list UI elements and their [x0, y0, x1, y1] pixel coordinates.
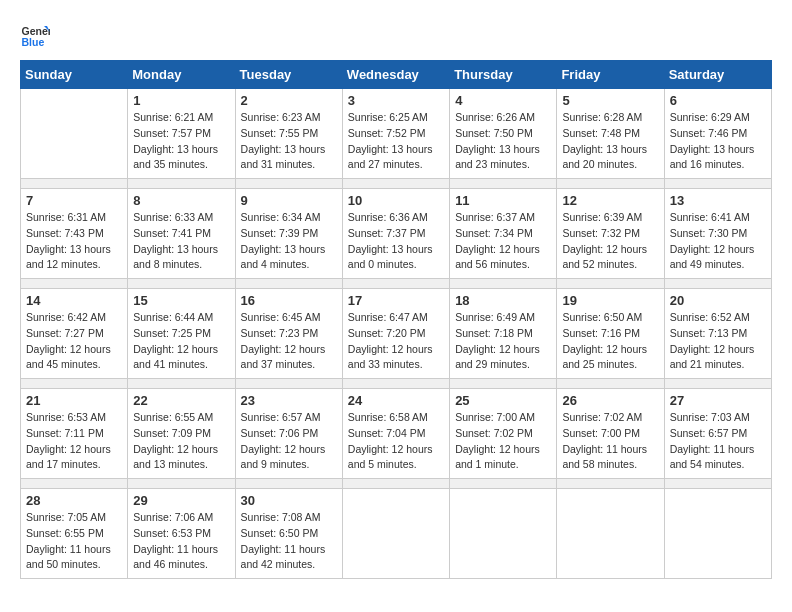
calendar-cell: 14Sunrise: 6:42 AMSunset: 7:27 PMDayligh… [21, 289, 128, 379]
separator-cell [557, 279, 664, 289]
separator-cell [664, 379, 771, 389]
calendar-cell: 24Sunrise: 6:58 AMSunset: 7:04 PMDayligh… [342, 389, 449, 479]
separator-cell [21, 279, 128, 289]
calendar-cell: 1Sunrise: 6:21 AMSunset: 7:57 PMDaylight… [128, 89, 235, 179]
day-number: 8 [133, 193, 229, 208]
calendar-cell: 6Sunrise: 6:29 AMSunset: 7:46 PMDaylight… [664, 89, 771, 179]
day-number: 28 [26, 493, 122, 508]
day-number: 6 [670, 93, 766, 108]
calendar-cell: 27Sunrise: 7:03 AMSunset: 6:57 PMDayligh… [664, 389, 771, 479]
day-detail: Sunrise: 6:25 AMSunset: 7:52 PMDaylight:… [348, 110, 444, 173]
separator-cell [342, 479, 449, 489]
calendar-cell: 30Sunrise: 7:08 AMSunset: 6:50 PMDayligh… [235, 489, 342, 579]
day-detail: Sunrise: 6:33 AMSunset: 7:41 PMDaylight:… [133, 210, 229, 273]
separator-cell [235, 379, 342, 389]
weekday-header: Saturday [664, 61, 771, 89]
calendar-cell [557, 489, 664, 579]
day-number: 9 [241, 193, 337, 208]
weekday-header: Thursday [450, 61, 557, 89]
separator-cell [450, 379, 557, 389]
day-number: 14 [26, 293, 122, 308]
weekday-header: Monday [128, 61, 235, 89]
day-detail: Sunrise: 6:31 AMSunset: 7:43 PMDaylight:… [26, 210, 122, 273]
calendar-cell: 25Sunrise: 7:00 AMSunset: 7:02 PMDayligh… [450, 389, 557, 479]
calendar-cell: 8Sunrise: 6:33 AMSunset: 7:41 PMDaylight… [128, 189, 235, 279]
day-detail: Sunrise: 6:36 AMSunset: 7:37 PMDaylight:… [348, 210, 444, 273]
day-number: 19 [562, 293, 658, 308]
day-detail: Sunrise: 6:58 AMSunset: 7:04 PMDaylight:… [348, 410, 444, 473]
calendar-cell: 16Sunrise: 6:45 AMSunset: 7:23 PMDayligh… [235, 289, 342, 379]
day-detail: Sunrise: 6:55 AMSunset: 7:09 PMDaylight:… [133, 410, 229, 473]
day-detail: Sunrise: 6:42 AMSunset: 7:27 PMDaylight:… [26, 310, 122, 373]
day-number: 20 [670, 293, 766, 308]
calendar-cell: 19Sunrise: 6:50 AMSunset: 7:16 PMDayligh… [557, 289, 664, 379]
calendar-cell: 2Sunrise: 6:23 AMSunset: 7:55 PMDaylight… [235, 89, 342, 179]
separator-cell [21, 379, 128, 389]
separator-cell [235, 279, 342, 289]
weekday-header: Tuesday [235, 61, 342, 89]
calendar-cell: 20Sunrise: 6:52 AMSunset: 7:13 PMDayligh… [664, 289, 771, 379]
calendar-cell [450, 489, 557, 579]
day-number: 30 [241, 493, 337, 508]
day-detail: Sunrise: 6:47 AMSunset: 7:20 PMDaylight:… [348, 310, 444, 373]
calendar-cell: 15Sunrise: 6:44 AMSunset: 7:25 PMDayligh… [128, 289, 235, 379]
calendar-cell: 21Sunrise: 6:53 AMSunset: 7:11 PMDayligh… [21, 389, 128, 479]
day-detail: Sunrise: 6:34 AMSunset: 7:39 PMDaylight:… [241, 210, 337, 273]
weekday-header: Friday [557, 61, 664, 89]
calendar-cell: 9Sunrise: 6:34 AMSunset: 7:39 PMDaylight… [235, 189, 342, 279]
calendar-cell: 3Sunrise: 6:25 AMSunset: 7:52 PMDaylight… [342, 89, 449, 179]
svg-text:Blue: Blue [22, 36, 45, 48]
day-number: 21 [26, 393, 122, 408]
week-separator [21, 279, 772, 289]
week-separator [21, 479, 772, 489]
day-detail: Sunrise: 7:00 AMSunset: 7:02 PMDaylight:… [455, 410, 551, 473]
day-number: 26 [562, 393, 658, 408]
day-number: 1 [133, 93, 229, 108]
calendar-header-row: SundayMondayTuesdayWednesdayThursdayFrid… [21, 61, 772, 89]
separator-cell [128, 279, 235, 289]
separator-cell [128, 379, 235, 389]
day-detail: Sunrise: 6:50 AMSunset: 7:16 PMDaylight:… [562, 310, 658, 373]
day-number: 24 [348, 393, 444, 408]
day-detail: Sunrise: 6:39 AMSunset: 7:32 PMDaylight:… [562, 210, 658, 273]
week-separator [21, 379, 772, 389]
day-number: 4 [455, 93, 551, 108]
day-detail: Sunrise: 6:28 AMSunset: 7:48 PMDaylight:… [562, 110, 658, 173]
day-number: 5 [562, 93, 658, 108]
separator-cell [450, 179, 557, 189]
day-number: 23 [241, 393, 337, 408]
page-header: General Blue [20, 20, 772, 50]
day-detail: Sunrise: 7:03 AMSunset: 6:57 PMDaylight:… [670, 410, 766, 473]
calendar-cell: 29Sunrise: 7:06 AMSunset: 6:53 PMDayligh… [128, 489, 235, 579]
separator-cell [450, 279, 557, 289]
calendar-week-row: 28Sunrise: 7:05 AMSunset: 6:55 PMDayligh… [21, 489, 772, 579]
separator-cell [235, 479, 342, 489]
calendar-cell: 4Sunrise: 6:26 AMSunset: 7:50 PMDaylight… [450, 89, 557, 179]
separator-cell [450, 479, 557, 489]
day-number: 11 [455, 193, 551, 208]
logo: General Blue [20, 20, 54, 50]
day-number: 18 [455, 293, 551, 308]
day-detail: Sunrise: 6:49 AMSunset: 7:18 PMDaylight:… [455, 310, 551, 373]
separator-cell [128, 479, 235, 489]
day-detail: Sunrise: 7:06 AMSunset: 6:53 PMDaylight:… [133, 510, 229, 573]
day-number: 25 [455, 393, 551, 408]
weekday-header: Sunday [21, 61, 128, 89]
calendar-cell [342, 489, 449, 579]
separator-cell [342, 279, 449, 289]
day-number: 12 [562, 193, 658, 208]
day-detail: Sunrise: 6:26 AMSunset: 7:50 PMDaylight:… [455, 110, 551, 173]
separator-cell [21, 479, 128, 489]
day-detail: Sunrise: 7:02 AMSunset: 7:00 PMDaylight:… [562, 410, 658, 473]
day-detail: Sunrise: 6:53 AMSunset: 7:11 PMDaylight:… [26, 410, 122, 473]
separator-cell [235, 179, 342, 189]
calendar-cell: 7Sunrise: 6:31 AMSunset: 7:43 PMDaylight… [21, 189, 128, 279]
calendar-week-row: 21Sunrise: 6:53 AMSunset: 7:11 PMDayligh… [21, 389, 772, 479]
day-detail: Sunrise: 7:08 AMSunset: 6:50 PMDaylight:… [241, 510, 337, 573]
day-detail: Sunrise: 6:45 AMSunset: 7:23 PMDaylight:… [241, 310, 337, 373]
day-detail: Sunrise: 6:41 AMSunset: 7:30 PMDaylight:… [670, 210, 766, 273]
calendar-cell: 10Sunrise: 6:36 AMSunset: 7:37 PMDayligh… [342, 189, 449, 279]
separator-cell [21, 179, 128, 189]
separator-cell [342, 379, 449, 389]
separator-cell [557, 179, 664, 189]
